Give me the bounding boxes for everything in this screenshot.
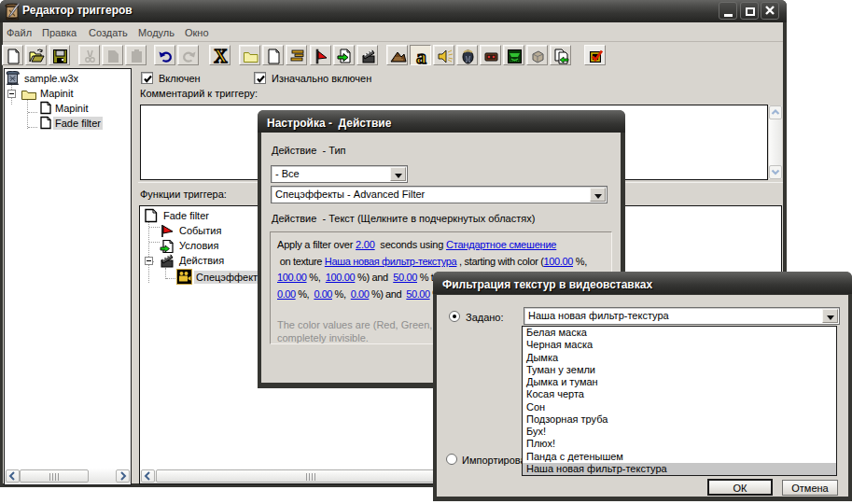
svg-text:X: X (214, 48, 228, 65)
svg-text:a: a (416, 48, 426, 65)
